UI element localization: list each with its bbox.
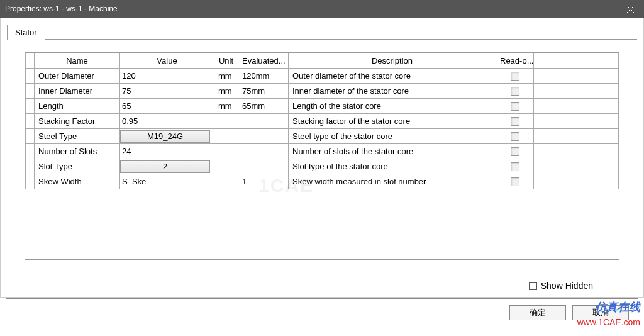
row-header[interactable] [26, 159, 35, 174]
properties-table-wrap: Name Value Unit Evaluated... Description… [25, 52, 619, 260]
readonly-checkbox[interactable] [511, 177, 519, 186]
show-hidden-checkbox[interactable]: Show Hidden [529, 281, 593, 291]
cell-description: Slot type of the stator core [289, 159, 496, 174]
cancel-button[interactable]: 取消 [572, 305, 629, 320]
cell-evaluated: 75mm [238, 84, 289, 99]
cell-value[interactable]: 2 [120, 159, 214, 174]
table-row: Stacking Factor0.95Stacking factor of th… [26, 114, 619, 129]
row-header[interactable] [26, 99, 35, 114]
close-button[interactable] [616, 0, 644, 18]
cell-unit[interactable] [214, 159, 238, 174]
readonly-checkbox[interactable] [511, 72, 519, 81]
cell-value[interactable]: M19_24G [120, 129, 214, 144]
bottom-bar: 确定 取消 [0, 298, 644, 336]
cell-evaluated [238, 159, 289, 174]
cell-name[interactable]: Skew Width [35, 174, 120, 189]
cell-unit[interactable] [214, 114, 238, 129]
cell-name[interactable]: Steel Type [35, 129, 120, 144]
cell-unit[interactable] [214, 174, 238, 189]
cell-spacer [534, 84, 619, 99]
cell-description: Outer diameter of the stator core [289, 69, 496, 84]
header-corner [26, 53, 35, 69]
cell-value[interactable]: 65 [120, 99, 214, 114]
cell-unit[interactable]: mm [214, 69, 238, 84]
cell-readonly[interactable] [496, 144, 534, 159]
cell-value[interactable]: 24 [120, 144, 214, 159]
cell-readonly[interactable] [496, 129, 534, 144]
table-row: Steel TypeM19_24GSteel type of the stato… [26, 129, 619, 144]
checkbox-icon [529, 282, 537, 290]
tab-strip: Stator [1, 18, 643, 40]
header-evaluated[interactable]: Evaluated... [238, 53, 289, 69]
cell-spacer [534, 129, 619, 144]
row-header[interactable] [26, 174, 35, 189]
readonly-checkbox[interactable] [511, 102, 519, 111]
cell-evaluated [238, 114, 289, 129]
cell-unit[interactable]: mm [214, 99, 238, 114]
cell-name[interactable]: Inner Diameter [35, 84, 120, 99]
readonly-checkbox[interactable] [511, 132, 519, 141]
cell-description: Stacking factor of the stator core [289, 114, 496, 129]
cell-spacer [534, 114, 619, 129]
cell-readonly[interactable] [496, 159, 534, 174]
cell-spacer [534, 159, 619, 174]
cell-description: Number of slots of the stator core [289, 144, 496, 159]
cell-description: Skew width measured in slot number [289, 174, 496, 189]
cell-evaluated [238, 129, 289, 144]
table-header-row: Name Value Unit Evaluated... Description… [26, 53, 619, 69]
ok-button[interactable]: 确定 [509, 305, 566, 320]
cell-evaluated: 1 [238, 174, 289, 189]
value-picker-button[interactable]: 2 [120, 160, 210, 173]
cell-name[interactable]: Stacking Factor [35, 114, 120, 129]
cell-evaluated [238, 144, 289, 159]
row-header[interactable] [26, 84, 35, 99]
cell-description: Length of the stator core [289, 99, 496, 114]
cell-spacer [534, 144, 619, 159]
header-spacer [534, 53, 619, 69]
cell-name[interactable]: Outer Diameter [35, 69, 120, 84]
show-hidden-label: Show Hidden [541, 281, 593, 291]
cell-value[interactable]: S_Ske [120, 174, 214, 189]
value-picker-button[interactable]: M19_24G [120, 130, 210, 143]
header-readonly[interactable]: Read-o... [496, 53, 534, 69]
readonly-checkbox[interactable] [511, 87, 519, 96]
cell-name[interactable]: Length [35, 99, 120, 114]
header-description[interactable]: Description [289, 53, 496, 69]
cell-readonly[interactable] [496, 99, 534, 114]
readonly-checkbox[interactable] [511, 117, 519, 126]
cell-name[interactable]: Number of Slots [35, 144, 120, 159]
row-header[interactable] [26, 144, 35, 159]
tab-stator[interactable]: Stator [7, 25, 45, 40]
readonly-checkbox[interactable] [511, 162, 519, 171]
properties-table: Name Value Unit Evaluated... Description… [25, 53, 619, 189]
row-header[interactable] [26, 129, 35, 144]
cell-evaluated: 120mm [238, 69, 289, 84]
cell-readonly[interactable] [496, 174, 534, 189]
cell-readonly[interactable] [496, 69, 534, 84]
window-title: Properties: ws-1 - ws-1 - Machine [5, 4, 118, 13]
header-name[interactable]: Name [35, 53, 120, 69]
table-row: Number of Slots24Number of slots of the … [26, 144, 619, 159]
cell-unit[interactable]: mm [214, 84, 238, 99]
cell-spacer [534, 99, 619, 114]
cell-name[interactable]: Slot Type [35, 159, 120, 174]
table-row: Length65mm65mmLength of the stator core [26, 99, 619, 114]
table-row: Slot Type2Slot type of the stator core [26, 159, 619, 174]
cell-readonly[interactable] [496, 84, 534, 99]
cell-value[interactable]: 75 [120, 84, 214, 99]
header-unit[interactable]: Unit [214, 53, 238, 69]
row-header[interactable] [26, 114, 35, 129]
cell-unit[interactable] [214, 144, 238, 159]
table-row: Inner Diameter75mm75mmInner diameter of … [26, 84, 619, 99]
cell-description: Inner diameter of the stator core [289, 84, 496, 99]
cell-value[interactable]: 0.95 [120, 114, 214, 129]
cell-value[interactable]: 120 [120, 69, 214, 84]
row-header[interactable] [26, 69, 35, 84]
divider [6, 298, 638, 299]
cell-readonly[interactable] [496, 114, 534, 129]
cell-unit[interactable] [214, 129, 238, 144]
header-value[interactable]: Value [120, 53, 214, 69]
cell-spacer [534, 69, 619, 84]
cell-description: Steel type of the stator core [289, 129, 496, 144]
readonly-checkbox[interactable] [511, 147, 519, 156]
